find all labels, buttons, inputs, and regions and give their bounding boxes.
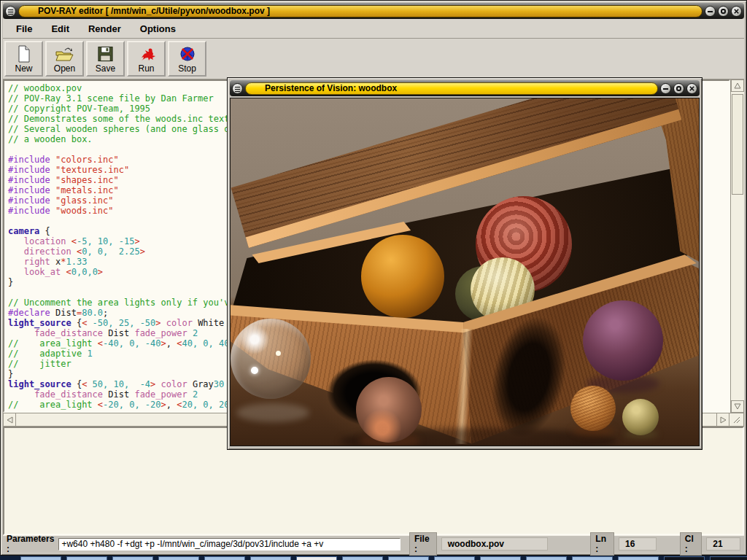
glass-highlight-small: [276, 351, 281, 356]
scroll-right-button[interactable]: [716, 413, 729, 426]
render-maximize-button[interactable]: [673, 83, 684, 94]
render-close-button[interactable]: [686, 83, 697, 94]
up-arrow-icon: [734, 82, 741, 89]
status-bar: Parameters : File : woodbox.pov Ln : 16 …: [3, 535, 744, 552]
taskbar-button[interactable]: [526, 556, 567, 560]
window-menu-button[interactable]: [5, 6, 16, 17]
copper-sphere: [356, 377, 422, 443]
taskbar-button[interactable]: [158, 556, 199, 560]
glass-reflection: [236, 403, 309, 422]
close-button[interactable]: [731, 6, 742, 17]
menu-render[interactable]: Render: [88, 23, 121, 34]
vertical-scroll-thumb[interactable]: [732, 94, 743, 195]
render-window-title: Persistence of Vision: woodbox: [245, 82, 658, 95]
scroll-left-button[interactable]: [4, 413, 16, 426]
resize-grip-icon: [732, 416, 741, 424]
run-gecko-icon: [138, 45, 155, 63]
stop-icon: [179, 45, 196, 63]
parameters-input[interactable]: [58, 538, 400, 551]
small-gold-sphere: [622, 399, 659, 435]
close-icon: [689, 85, 695, 92]
run-button[interactable]: Run: [127, 41, 166, 77]
purple-wood-sphere: [583, 300, 663, 381]
glass-highlight: [251, 367, 258, 374]
menu-bar: File Edit Render Options: [3, 19, 744, 39]
right-arrow-icon: [720, 416, 727, 424]
main-titlebar[interactable]: POV-RAY editor [ /mnt/win_c/Utile/pyvon/…: [3, 3, 744, 19]
main-window-title: POV-RAY editor [ /mnt/win_c/Utile/pyvon/…: [18, 5, 703, 18]
vertical-scroll-track[interactable]: [731, 197, 744, 400]
small-wood-sphere: [570, 386, 616, 431]
toolbar: New Open Save: [3, 39, 744, 79]
taskbar-button[interactable]: [434, 556, 475, 560]
taskbar-button[interactable]: [112, 556, 153, 560]
close-icon: [733, 8, 740, 15]
taskbar-button[interactable]: [710, 556, 747, 560]
maximize-icon: [676, 86, 681, 91]
render-minimize-button[interactable]: [660, 83, 671, 94]
render-image: [230, 98, 700, 446]
maximize-icon: [721, 9, 726, 14]
taskbar-button[interactable]: [388, 556, 429, 560]
save-button[interactable]: Save: [86, 41, 125, 77]
new-label: New: [15, 63, 32, 74]
taskbar-button[interactable]: [342, 556, 383, 560]
minimize-icon: [708, 11, 713, 12]
new-document-icon: [17, 45, 31, 63]
taskbar-button[interactable]: [664, 556, 705, 560]
run-label: Run: [138, 63, 154, 74]
minimize-icon: [663, 88, 668, 90]
column-label: Cl :: [680, 532, 702, 556]
stop-button[interactable]: Stop: [168, 41, 206, 77]
down-arrow-icon: [734, 403, 741, 410]
taskbar-button[interactable]: [20, 556, 61, 560]
menu-edit[interactable]: Edit: [51, 23, 69, 34]
scroll-down-button[interactable]: [731, 400, 744, 413]
file-value: woodbox.pov: [441, 537, 549, 551]
desktop: POV-RAY editor [ /mnt/win_c/Utile/pyvon/…: [0, 0, 747, 560]
open-label: Open: [54, 63, 75, 74]
save-label: Save: [96, 63, 115, 74]
save-floppy-icon: [97, 45, 114, 63]
taskbar-button[interactable]: [572, 556, 613, 560]
amber-wood-sphere: [361, 235, 444, 318]
taskbar-button[interactable]: [480, 556, 521, 560]
hamburger-icon: [8, 9, 13, 15]
scroll-up-button[interactable]: [731, 79, 744, 92]
menu-options[interactable]: Options: [140, 23, 176, 34]
new-button[interactable]: New: [4, 41, 43, 77]
hamburger-icon: [235, 87, 240, 92]
column-value: 21: [706, 537, 740, 551]
left-arrow-icon: [7, 416, 13, 424]
open-folder-icon: [55, 45, 74, 63]
file-label: File :: [409, 532, 437, 556]
stop-label: Stop: [178, 63, 196, 74]
render-window-menu-button[interactable]: [232, 83, 243, 94]
taskbar-button[interactable]: [66, 556, 107, 560]
render-titlebar[interactable]: Persistence of Vision: woodbox: [230, 80, 700, 96]
taskbar-button[interactable]: [204, 556, 245, 560]
render-window: Persistence of Vision: woodbox: [227, 77, 703, 450]
taskbar-button[interactable]: [618, 556, 659, 560]
open-button[interactable]: Open: [45, 41, 84, 77]
taskbar-button[interactable]: [250, 556, 291, 560]
parameters-label: Parameters :: [7, 534, 54, 554]
line-label: Ln :: [590, 532, 614, 556]
taskbar-button[interactable]: [296, 556, 337, 560]
glass-sphere: [231, 319, 311, 399]
minimize-button[interactable]: [705, 6, 716, 17]
menu-file[interactable]: File: [16, 23, 32, 34]
line-value: 16: [619, 537, 657, 551]
resize-grip[interactable]: [729, 413, 743, 426]
maximize-button[interactable]: [718, 6, 729, 17]
vertical-scrollbar[interactable]: [730, 79, 744, 413]
taskbar-strip: [0, 556, 747, 560]
